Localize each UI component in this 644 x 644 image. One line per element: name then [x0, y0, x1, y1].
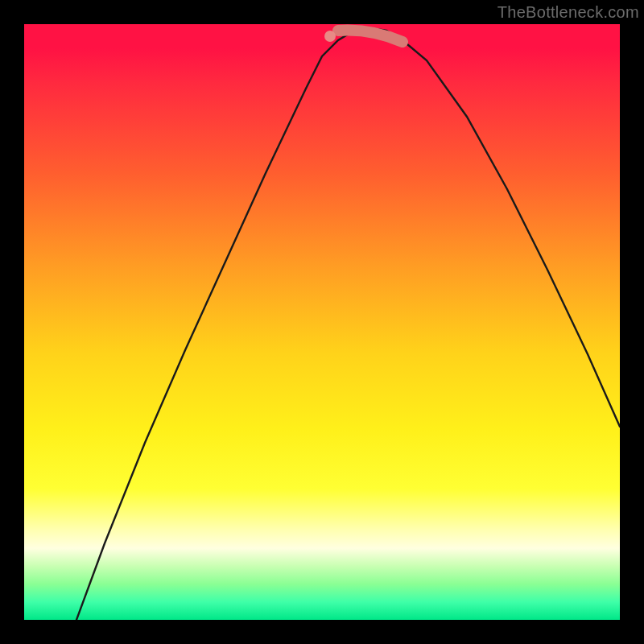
watermark-text: TheBottleneck.com — [497, 3, 639, 22]
heat-gradient-background — [24, 24, 620, 620]
chart-frame — [24, 24, 620, 620]
